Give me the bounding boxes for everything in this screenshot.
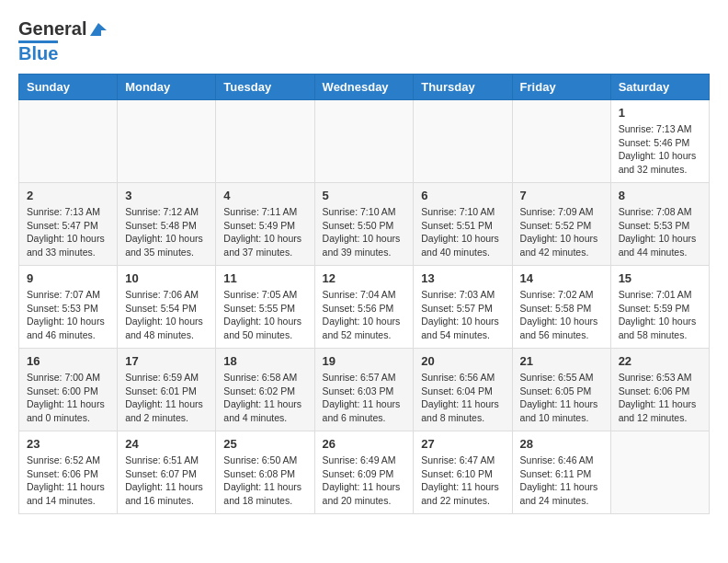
day-number: 9 (27, 271, 109, 285)
calendar-cell: 1Sunrise: 7:13 AM Sunset: 5:46 PM Daylig… (610, 100, 709, 183)
day-number: 11 (223, 271, 306, 285)
day-number: 8 (619, 189, 701, 202)
calendar-cell: 5Sunrise: 7:10 AM Sunset: 5:50 PM Daylig… (314, 183, 414, 266)
day-info: Sunrise: 7:08 AM Sunset: 5:53 PM Dayligh… (619, 205, 701, 259)
day-info: Sunrise: 6:51 AM Sunset: 6:07 PM Dayligh… (125, 454, 208, 508)
calendar-cell: 11Sunrise: 7:05 AM Sunset: 5:55 PM Dayli… (216, 266, 314, 349)
weekday-header-sunday: Sunday (19, 75, 118, 100)
day-info: Sunrise: 7:10 AM Sunset: 5:51 PM Dayligh… (421, 205, 504, 259)
day-info: Sunrise: 7:04 AM Sunset: 5:56 PM Dayligh… (323, 288, 406, 342)
day-info: Sunrise: 6:59 AM Sunset: 6:01 PM Dayligh… (125, 371, 208, 425)
day-info: Sunrise: 7:12 AM Sunset: 5:48 PM Dayligh… (125, 205, 208, 259)
day-number: 22 (619, 354, 701, 368)
calendar: SundayMondayTuesdayWednesdayThursdayFrid… (18, 74, 710, 514)
day-number: 2 (27, 189, 109, 202)
day-info: Sunrise: 6:46 AM Sunset: 6:11 PM Dayligh… (520, 454, 603, 508)
calendar-cell: 8Sunrise: 7:08 AM Sunset: 5:53 PM Daylig… (610, 183, 709, 266)
day-number: 5 (323, 189, 406, 202)
day-number: 18 (223, 354, 306, 368)
calendar-cell: 9Sunrise: 7:07 AM Sunset: 5:53 PM Daylig… (19, 266, 118, 349)
day-info: Sunrise: 6:55 AM Sunset: 6:05 PM Dayligh… (520, 371, 603, 425)
day-number: 14 (520, 271, 603, 285)
calendar-cell (216, 100, 314, 183)
weekday-header-thursday: Thursday (414, 75, 512, 100)
weekday-header-saturday: Saturday (610, 75, 709, 100)
weekday-header-friday: Friday (512, 75, 610, 100)
day-number: 20 (421, 354, 504, 368)
weekday-header-tuesday: Tuesday (216, 75, 314, 100)
day-info: Sunrise: 6:50 AM Sunset: 6:08 PM Dayligh… (223, 454, 306, 508)
day-number: 4 (223, 189, 306, 202)
day-info: Sunrise: 6:56 AM Sunset: 6:04 PM Dayligh… (421, 371, 504, 425)
calendar-cell: 25Sunrise: 6:50 AM Sunset: 6:08 PM Dayli… (216, 431, 314, 514)
calendar-cell (414, 100, 512, 183)
calendar-cell: 17Sunrise: 6:59 AM Sunset: 6:01 PM Dayli… (118, 349, 216, 431)
logo-general: General (18, 18, 86, 40)
calendar-cell: 18Sunrise: 6:58 AM Sunset: 6:02 PM Dayli… (216, 349, 314, 431)
calendar-cell: 22Sunrise: 6:53 AM Sunset: 6:06 PM Dayli… (610, 349, 709, 431)
calendar-cell: 24Sunrise: 6:51 AM Sunset: 6:07 PM Dayli… (118, 431, 216, 514)
day-number: 13 (421, 271, 504, 285)
calendar-cell: 3Sunrise: 7:12 AM Sunset: 5:48 PM Daylig… (118, 183, 216, 266)
day-number: 19 (323, 354, 406, 368)
day-number: 3 (125, 189, 208, 202)
day-info: Sunrise: 6:52 AM Sunset: 6:06 PM Dayligh… (27, 454, 109, 508)
day-number: 24 (125, 437, 208, 451)
svg-marker-0 (90, 23, 107, 36)
day-info: Sunrise: 7:10 AM Sunset: 5:50 PM Dayligh… (323, 205, 406, 259)
day-number: 1 (619, 106, 701, 120)
calendar-cell (118, 100, 216, 183)
weekday-header-wednesday: Wednesday (314, 75, 414, 100)
day-info: Sunrise: 7:00 AM Sunset: 6:00 PM Dayligh… (27, 371, 109, 425)
weekday-header-monday: Monday (118, 75, 216, 100)
day-info: Sunrise: 6:57 AM Sunset: 6:03 PM Dayligh… (323, 371, 406, 425)
day-info: Sunrise: 6:58 AM Sunset: 6:02 PM Dayligh… (223, 371, 306, 425)
calendar-cell: 14Sunrise: 7:02 AM Sunset: 5:58 PM Dayli… (512, 266, 610, 349)
day-number: 15 (619, 271, 701, 285)
day-info: Sunrise: 7:11 AM Sunset: 5:49 PM Dayligh… (223, 205, 306, 259)
calendar-cell: 13Sunrise: 7:03 AM Sunset: 5:57 PM Dayli… (414, 266, 512, 349)
day-info: Sunrise: 7:01 AM Sunset: 5:59 PM Dayligh… (619, 288, 701, 342)
header: General Blue (18, 18, 710, 64)
day-info: Sunrise: 6:47 AM Sunset: 6:10 PM Dayligh… (421, 454, 504, 508)
day-info: Sunrise: 7:02 AM Sunset: 5:58 PM Dayligh… (520, 288, 603, 342)
calendar-cell: 16Sunrise: 7:00 AM Sunset: 6:00 PM Dayli… (19, 349, 118, 431)
calendar-cell: 28Sunrise: 6:46 AM Sunset: 6:11 PM Dayli… (512, 431, 610, 514)
day-info: Sunrise: 6:49 AM Sunset: 6:09 PM Dayligh… (323, 454, 406, 508)
calendar-cell: 27Sunrise: 6:47 AM Sunset: 6:10 PM Dayli… (414, 431, 512, 514)
day-info: Sunrise: 7:13 AM Sunset: 5:46 PM Dayligh… (619, 122, 701, 177)
day-info: Sunrise: 7:13 AM Sunset: 5:47 PM Dayligh… (27, 205, 109, 259)
day-number: 7 (520, 189, 603, 202)
day-number: 21 (520, 354, 603, 368)
day-info: Sunrise: 7:06 AM Sunset: 5:54 PM Dayligh… (125, 288, 208, 342)
day-info: Sunrise: 7:09 AM Sunset: 5:52 PM Dayligh… (520, 205, 603, 259)
day-number: 25 (223, 437, 306, 451)
logo-blue: Blue (18, 43, 58, 63)
day-number: 28 (520, 437, 603, 451)
day-number: 27 (421, 437, 504, 451)
day-number: 17 (125, 354, 208, 368)
calendar-cell (19, 100, 118, 183)
logo: General Blue (18, 18, 108, 64)
calendar-cell: 12Sunrise: 7:04 AM Sunset: 5:56 PM Dayli… (314, 266, 414, 349)
calendar-cell: 21Sunrise: 6:55 AM Sunset: 6:05 PM Dayli… (512, 349, 610, 431)
calendar-cell: 19Sunrise: 6:57 AM Sunset: 6:03 PM Dayli… (314, 349, 414, 431)
day-number: 23 (27, 437, 109, 451)
calendar-cell: 7Sunrise: 7:09 AM Sunset: 5:52 PM Daylig… (512, 183, 610, 266)
page: General Blue SundayMondayTuesdayWednesda… (0, 0, 728, 533)
day-info: Sunrise: 7:05 AM Sunset: 5:55 PM Dayligh… (223, 288, 306, 342)
calendar-cell: 6Sunrise: 7:10 AM Sunset: 5:51 PM Daylig… (414, 183, 512, 266)
calendar-cell (314, 100, 414, 183)
calendar-cell (512, 100, 610, 183)
day-number: 26 (323, 437, 406, 451)
day-number: 16 (27, 354, 109, 368)
calendar-cell: 10Sunrise: 7:06 AM Sunset: 5:54 PM Dayli… (118, 266, 216, 349)
calendar-cell: 15Sunrise: 7:01 AM Sunset: 5:59 PM Dayli… (610, 266, 709, 349)
day-info: Sunrise: 7:07 AM Sunset: 5:53 PM Dayligh… (27, 288, 109, 342)
calendar-cell: 23Sunrise: 6:52 AM Sunset: 6:06 PM Dayli… (19, 431, 118, 514)
day-number: 6 (421, 189, 504, 202)
day-info: Sunrise: 7:03 AM Sunset: 5:57 PM Dayligh… (421, 288, 504, 342)
day-info: Sunrise: 6:53 AM Sunset: 6:06 PM Dayligh… (619, 371, 701, 425)
calendar-cell: 2Sunrise: 7:13 AM Sunset: 5:47 PM Daylig… (19, 183, 118, 266)
day-number: 10 (125, 271, 208, 285)
